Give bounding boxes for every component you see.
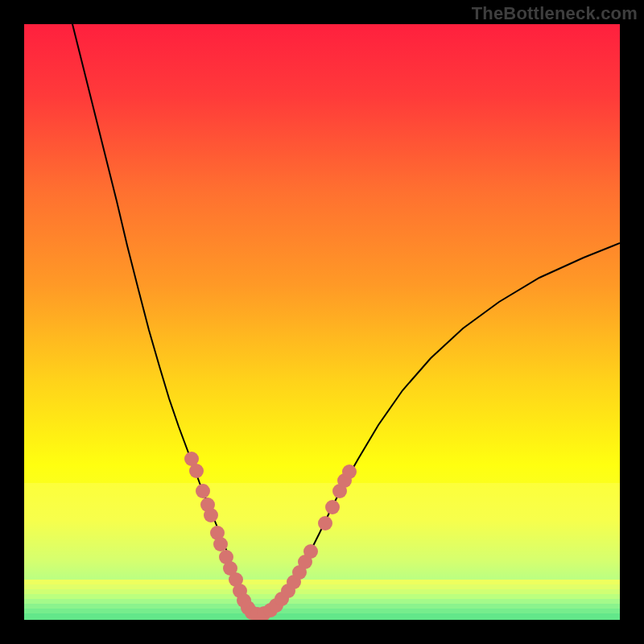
chart-marker (189, 464, 204, 478)
watermark-text: TheBottleneck.com (472, 3, 638, 24)
chart-marker (303, 544, 318, 559)
chart-highlight-band (24, 483, 620, 620)
chart-marker (325, 500, 340, 514)
chart-marker (342, 464, 357, 479)
chart-marker (196, 484, 210, 498)
chart-frame (24, 24, 620, 620)
chart-marker (204, 508, 218, 522)
chart-marker (318, 516, 332, 530)
chart-svg (24, 24, 620, 620)
chart-marker (213, 537, 228, 551)
